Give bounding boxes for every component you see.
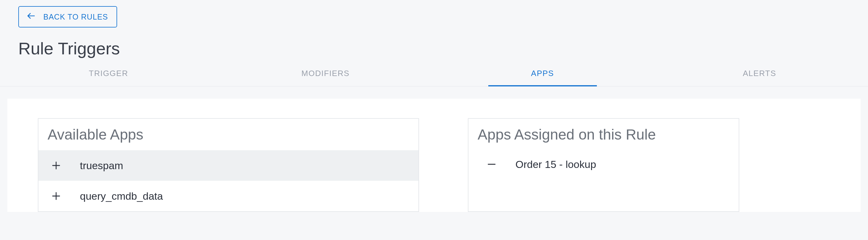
available-apps-title: Available Apps [38,119,418,150]
list-item[interactable]: Order 15 - lookup [468,150,739,178]
app-label: truespam [80,160,123,171]
assigned-apps-panel: Apps Assigned on this Rule Order 15 - lo… [468,118,739,212]
remove-icon[interactable] [485,158,498,171]
tab-label: TRIGGER [89,69,128,78]
assigned-apps-title: Apps Assigned on this Rule [468,119,739,150]
tab-label: MODIFIERS [301,69,349,78]
available-apps-panel: Available Apps truespam query_cmdb_data [38,118,419,212]
list-item[interactable]: truespam [38,150,418,181]
tab-apps[interactable]: APPS [434,62,651,86]
tab-modifiers[interactable]: MODIFIERS [217,62,434,86]
arrow-left-icon [26,11,36,23]
back-to-rules-button[interactable]: BACK TO RULES [18,6,117,27]
add-icon[interactable] [50,189,63,203]
list-item[interactable]: query_cmdb_data [38,181,418,211]
app-label: query_cmdb_data [80,190,163,202]
back-button-label: BACK TO RULES [43,12,108,21]
tab-trigger[interactable]: TRIGGER [0,62,217,86]
add-icon[interactable] [50,159,63,172]
app-label: Order 15 - lookup [516,158,596,170]
tab-label: APPS [531,69,554,78]
tab-label: ALERTS [743,69,776,78]
tabs: TRIGGER MODIFIERS APPS ALERTS [0,62,868,86]
tab-alerts[interactable]: ALERTS [651,62,868,86]
page-title: Rule Triggers [18,38,850,58]
